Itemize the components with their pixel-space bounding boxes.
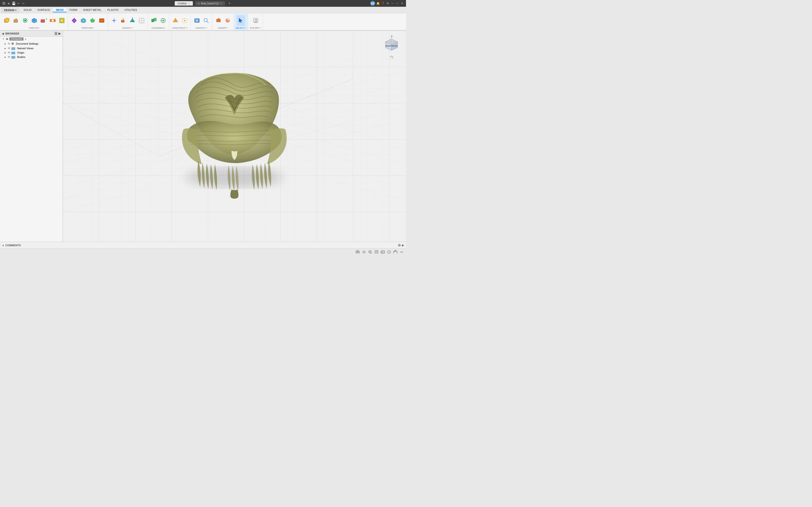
tool-generate-face[interactable] (70, 15, 79, 26)
close-button[interactable]: ✕ (400, 1, 404, 5)
nav-zoom-fit-icon[interactable] (374, 249, 379, 254)
nav-orbit-icon[interactable] (355, 249, 360, 254)
tab-mesh[interactable]: MESH (53, 8, 66, 12)
tool-insert2[interactable] (223, 15, 232, 26)
expand-arrow-named-views[interactable]: ▶ (4, 47, 7, 50)
expand-arrow-bodies[interactable]: ▶ (4, 56, 7, 58)
new-tab-button[interactable]: + (227, 1, 231, 5)
svg-rect-2 (2, 4, 5, 5)
tab-plastic[interactable]: PLASTIC (104, 8, 121, 12)
tab-utilities[interactable]: UTILITIES (121, 8, 140, 12)
tool-append-face[interactable]: + (39, 15, 48, 26)
redo-button[interactable]: ↪ (21, 1, 25, 5)
toolbar-group-create-label[interactable]: CREATE ▾ (29, 26, 40, 29)
expand-arrow-unsaved[interactable]: ▼ (2, 38, 5, 41)
tool-insert-mesh[interactable] (30, 15, 39, 26)
nav-display-mode-icon[interactable] (380, 249, 385, 254)
minimize-button[interactable]: — (391, 1, 394, 5)
toolbar-group-assemble-label[interactable]: ASSEMBLE ▾ (151, 26, 165, 29)
tool-subdivide[interactable] (137, 15, 146, 26)
eye-icon-document-settings[interactable]: 👁 (8, 42, 10, 45)
save-button[interactable]: 💾 (12, 1, 15, 5)
view-cube[interactable]: Z FRONT RIGHT (382, 36, 401, 55)
nav-zoom-window-icon[interactable] (368, 249, 373, 254)
toolbar-group-insert-label[interactable]: INSERT ▾ (218, 26, 228, 29)
expand-arrow-origin[interactable]: ▶ (4, 51, 7, 54)
comments-collapse-icon[interactable]: ▶ (402, 243, 404, 247)
comments-expand-icon[interactable]: ▲ (2, 244, 4, 246)
browser-header: ◀ BROWSER ☰ ▶ (0, 31, 63, 37)
nav-more-options-icon[interactable] (399, 249, 404, 254)
tool-auto-repair[interactable]: + (79, 15, 88, 26)
app-menu-icon[interactable] (2, 1, 6, 5)
toolbar-group-prepare-label[interactable]: PREPARE ▾ (82, 26, 94, 29)
svg-line-47 (207, 21, 209, 23)
tool-construct2[interactable] (180, 15, 189, 26)
svg-rect-0 (2, 2, 5, 3)
browser-item-named-views[interactable]: ▶ 👁 Named Views (0, 46, 63, 50)
eye-icon-bodies[interactable]: 👁 (8, 56, 10, 58)
tool-remesh[interactable] (97, 15, 106, 26)
expand-arrow-document-settings[interactable]: ▶ (4, 42, 7, 45)
toolbar-group-prepare: + (68, 14, 108, 30)
browser-item-unsaved[interactable]: ▼ 👁 (Unsaved) ● (0, 37, 63, 41)
axis-z-label: Z (391, 36, 393, 38)
tool-push-pull[interactable] (12, 15, 20, 26)
nav-visual-style-icon[interactable] (387, 249, 392, 254)
svg-marker-25 (114, 22, 114, 23)
toolbar-group-modify-label[interactable]: MODIFY ▾ (122, 26, 134, 29)
tab-final-fusion-close[interactable]: ✕ (220, 2, 222, 5)
tool-inspect2[interactable] (202, 15, 210, 26)
tool-box[interactable] (2, 15, 11, 26)
tool-export1[interactable] (251, 15, 260, 26)
svg-rect-7 (5, 18, 8, 22)
tool-assemble2[interactable] (159, 15, 167, 26)
tool-move-face[interactable] (119, 15, 128, 26)
tool-assemble1[interactable] (150, 15, 158, 26)
tool-insert1[interactable] (214, 15, 223, 26)
tab-final-fusion[interactable]: ● final_fusion*(1) ✕ (195, 1, 225, 6)
tool-inspect1[interactable]: M (193, 15, 201, 26)
eye-icon-unsaved[interactable]: 👁 (6, 38, 8, 41)
settings-icon[interactable]: ⚙ (386, 1, 390, 5)
tool-make-closed-mesh[interactable] (88, 15, 97, 26)
eye-icon-origin[interactable]: 👁 (8, 51, 10, 54)
tab-untitled-close[interactable]: ✕ (188, 2, 190, 5)
tool-select1[interactable] (237, 15, 245, 26)
help-icon[interactable]: ❓ (381, 1, 385, 5)
tab-surface[interactable]: SURFACE (35, 8, 53, 12)
notification-icon[interactable]: 🔔 (376, 1, 380, 5)
tool-fill-hole[interactable] (57, 15, 66, 26)
comments-settings-icon[interactable]: ⚙ (398, 243, 401, 247)
profile-icon[interactable]: AR (370, 1, 375, 6)
tool-weld[interactable] (21, 15, 30, 26)
folder-icon-bodies (11, 56, 15, 59)
browser-collapse-icon[interactable]: ◀ (2, 32, 4, 35)
tool-construct1[interactable] (171, 15, 180, 26)
toolbar-group-export-label[interactable]: EXPORT ▾ (250, 26, 261, 29)
maximize-button[interactable]: □ (395, 1, 399, 5)
tab-solid[interactable]: SOLID (20, 8, 35, 12)
svg-text:+: + (83, 19, 84, 22)
browser-menu-icon[interactable]: ☰ (54, 32, 57, 36)
tool-transform[interactable] (110, 15, 118, 26)
eye-icon-named-views[interactable]: 👁 (8, 47, 10, 50)
browser-item-bodies[interactable]: ▶ 👁 Bodies (0, 55, 63, 59)
browser-item-origin[interactable]: ▶ 👁 Origin (0, 50, 63, 55)
browser-collapse-right[interactable]: ▶ (58, 32, 61, 35)
tab-sheet-metal[interactable]: SHEET METAL (80, 8, 105, 12)
tool-flip-normal[interactable] (128, 15, 137, 26)
undo-button[interactable]: ↩ (16, 1, 20, 5)
nav-pan-icon[interactable] (361, 249, 366, 254)
tab-untitled[interactable]: Untitled ✕ (175, 1, 193, 6)
tool-bridge[interactable] (48, 15, 57, 26)
toolbar-group-inspect-label[interactable]: INSPECT ▾ (196, 26, 207, 29)
browser-item-document-settings[interactable]: ▶ 👁 ⚙ Document Settings (0, 41, 63, 46)
svg-point-43 (184, 20, 185, 21)
viewport[interactable]: Z FRONT RIGHT (63, 31, 406, 242)
design-mode-button[interactable]: DESIGN ▾ (1, 7, 19, 13)
toolbar-group-construct-label[interactable]: CONSTRUCT ▾ (172, 26, 188, 29)
toolbar-group-select-label[interactable]: SELECT ▾ (236, 26, 247, 29)
tab-form[interactable]: FORM (66, 8, 80, 12)
nav-environment-icon[interactable] (393, 249, 398, 254)
